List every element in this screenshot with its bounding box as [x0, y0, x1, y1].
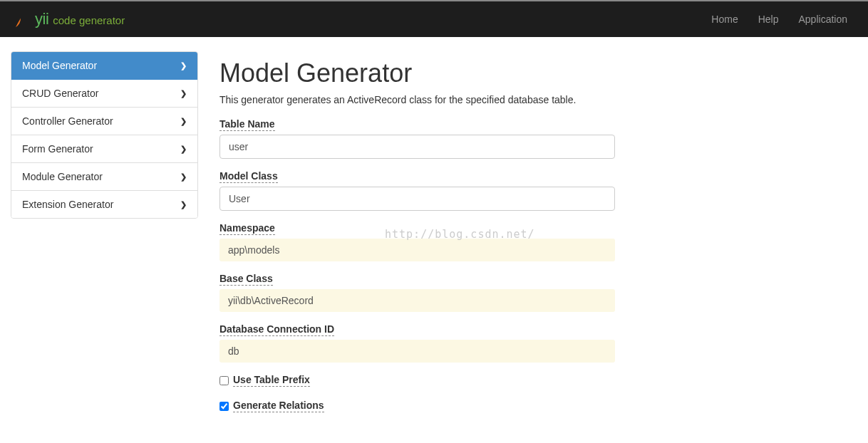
nav-help[interactable]: Help	[748, 3, 789, 36]
page-description: This generator generates an ActiveRecord…	[219, 94, 857, 105]
sidebar-item-form-generator[interactable]: Form Generator ❯	[11, 135, 197, 163]
namespace-label: Namespace	[219, 222, 275, 235]
chevron-right-icon: ❯	[180, 200, 187, 209]
sidebar-item-extension-generator[interactable]: Extension Generator ❯	[11, 191, 197, 218]
nav-home[interactable]: Home	[701, 3, 748, 36]
generate-relations-label: Generate Relations	[233, 400, 324, 412]
db-connection-label: Database Connection ID	[219, 323, 334, 336]
form-group-use-table-prefix: Use Table Prefix	[219, 374, 857, 387]
use-table-prefix-checkbox[interactable]	[219, 376, 229, 385]
generator-list: Model Generator ❯ CRUD Generator ❯ Contr…	[11, 51, 198, 219]
form-group-base-class: Base Class yii\db\ActiveRecord	[219, 273, 857, 312]
chevron-right-icon: ❯	[180, 89, 187, 98]
sidebar-item-module-generator[interactable]: Module Generator ❯	[11, 163, 197, 191]
form-group-namespace: Namespace app\models	[219, 222, 857, 261]
nav-links: Home Help Application	[701, 3, 857, 36]
form-group-generate-relations: Generate Relations	[219, 400, 857, 412]
sidebar-item-controller-generator[interactable]: Controller Generator ❯	[11, 108, 197, 135]
model-class-input[interactable]	[219, 187, 615, 211]
namespace-value[interactable]: app\models	[219, 239, 615, 261]
form-group-model-class: Model Class	[219, 170, 857, 211]
sidebar-item-label: Module Generator	[22, 171, 103, 182]
sidebar: Model Generator ❯ CRUD Generator ❯ Contr…	[11, 51, 198, 425]
navbar: yii code generator Home Help Application	[0, 1, 868, 37]
form-group-db-connection: Database Connection ID db	[219, 323, 857, 363]
generate-relations-checkbox[interactable]	[219, 402, 229, 411]
chevron-right-icon: ❯	[180, 145, 187, 154]
sidebar-item-label: CRUD Generator	[22, 88, 98, 99]
nav-application[interactable]: Application	[789, 3, 858, 36]
sidebar-item-crud-generator[interactable]: CRUD Generator ❯	[11, 80, 197, 108]
sidebar-item-label: Model Generator	[22, 60, 97, 71]
chevron-right-icon: ❯	[180, 61, 187, 71]
db-connection-value[interactable]: db	[219, 340, 615, 363]
page-title: Model Generator	[219, 58, 857, 88]
brand[interactable]: yii code generator	[11, 9, 125, 29]
sidebar-item-label: Form Generator	[22, 143, 93, 155]
base-class-value[interactable]: yii\db\ActiveRecord	[219, 289, 615, 312]
brand-sub-text: code generator	[53, 14, 125, 26]
model-class-label: Model Class	[219, 170, 278, 183]
form-group-table-name: Table Name	[219, 118, 857, 159]
chevron-right-icon: ❯	[180, 172, 187, 182]
sidebar-item-model-generator[interactable]: Model Generator ❯	[11, 52, 197, 80]
table-name-input[interactable]	[219, 135, 615, 159]
base-class-label: Base Class	[219, 273, 273, 286]
use-table-prefix-label: Use Table Prefix	[233, 374, 310, 387]
brand-yii-text: yii	[35, 10, 48, 28]
chevron-right-icon: ❯	[180, 117, 187, 126]
main-content: Model Generator This generator generates…	[219, 51, 857, 425]
table-name-label: Table Name	[219, 118, 275, 131]
sidebar-item-label: Controller Generator	[22, 115, 113, 127]
yii-logo-icon	[11, 9, 31, 29]
sidebar-item-label: Extension Generator	[22, 199, 113, 210]
